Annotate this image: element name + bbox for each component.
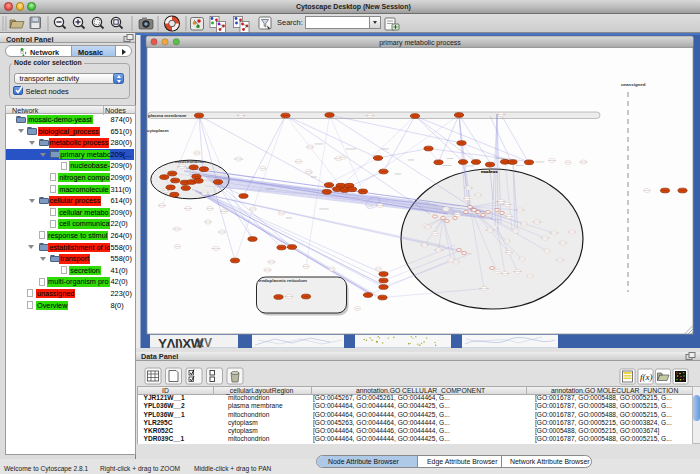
svg-text:f(x): f(x) <box>640 372 653 382</box>
svg-text:cytoplasm: cytoplasm <box>147 128 169 133</box>
svg-text:primary metabolic process: primary metabolic process <box>379 39 461 47</box>
svg-text:XV: XV <box>196 336 212 348</box>
svg-text:endoplasmic reticulum: endoplasmic reticulum <box>259 278 307 283</box>
svg-text:nucleus: nucleus <box>481 169 498 174</box>
svg-text:plasma membrane: plasma membrane <box>148 113 187 118</box>
svg-text:unassigned: unassigned <box>621 82 646 87</box>
